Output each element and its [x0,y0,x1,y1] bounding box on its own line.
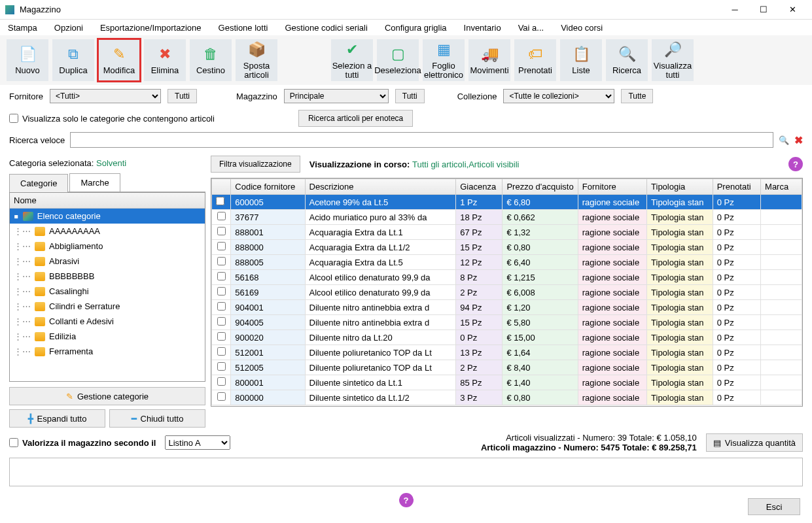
clear-search-icon[interactable]: ✖ [794,134,803,146]
row-checkbox[interactable] [217,377,226,386]
category-tree[interactable]: Nome ▪ Elenco categorie ⋮⋯AAAAAAAAA⋮⋯Abb… [9,192,205,382]
ricerca-enoteca-button[interactable]: Ricerca articoli per enoteca [298,110,413,127]
data-grid[interactable]: Codice fornitoreDescrizioneGiacenzaPrezz… [211,178,803,407]
gestione-categorie-button[interactable]: ✎ Gestione categorie [9,387,205,405]
row-checkbox[interactable] [217,212,226,220]
liste-button[interactable]: 📋Liste [560,39,602,81]
visualizza-quantita-button[interactable]: ▤ Visualizza quantità [706,433,803,452]
table-row[interactable]: 800001Diluente sintetico da Lt.185 Pz€ 1… [212,375,802,390]
row-checkbox[interactable] [217,392,226,401]
menu-opzioni[interactable]: Opzioni [52,22,86,34]
tree-root[interactable]: ▪ Elenco categorie [10,209,205,224]
row-checkbox[interactable] [217,332,226,341]
seltutti-button[interactable]: ✔Selezion a tutti [331,39,373,81]
tree-item[interactable]: ⋮⋯Cilindri e Serrature [10,299,205,314]
table-row[interactable]: 904001Diluente nitro antinebbia extra d9… [212,300,802,315]
cestino-button[interactable]: 🗑Cestino [190,39,232,81]
column-header[interactable]: Marca [761,179,802,195]
table-row[interactable]: 800000Diluente sintetico da Lt.1/23 Pz€ … [212,390,802,405]
menu-stampa[interactable]: Stampa [5,22,40,34]
table-row[interactable]: 904005Diluente nitro antinebbia extra d1… [212,315,802,330]
search-icon[interactable]: 🔍 [779,135,789,145]
ricerca-button[interactable]: 🔍Ricerca [606,39,648,81]
magazzino-tutti-button[interactable]: Tutti [395,89,425,103]
help-icon-bottom[interactable]: ? [399,493,414,507]
table-row[interactable]: 56168Alcool etilico denaturato 99,9 da8 … [212,270,802,285]
listino-select[interactable]: Listino A [165,435,230,450]
column-header[interactable]: Codice fornitore [231,179,305,195]
tree-item[interactable]: ⋮⋯Ferramenta [10,344,205,359]
prenotati-button[interactable]: 🏷Prenotati [514,39,556,81]
menu-vai-a-[interactable]: Vai a... [516,22,547,34]
table-row[interactable]: 512001Diluente poliuretanico TOP da Lt13… [212,345,802,360]
row-checkbox[interactable] [217,287,226,295]
desel-button[interactable]: ▢Deseleziona [377,39,419,81]
movimenti-button[interactable]: 🚚Movimenti [468,39,510,81]
tree-item[interactable]: ⋮⋯AAAAAAAAA [10,224,205,239]
row-checkbox[interactable] [217,302,226,311]
search-input[interactable] [70,132,773,148]
foglio-button[interactable]: ▦Foglio elettronico [423,39,465,81]
menu-gestione-lotti[interactable]: Gestione lotti [216,22,271,34]
column-header[interactable] [212,179,231,195]
sposta-button[interactable]: 📦Sposta articoli [236,39,277,81]
column-header[interactable]: Fornitore [578,179,646,195]
row-checkbox[interactable] [217,227,226,235]
menu-video-corsi[interactable]: Video corsi [558,22,605,34]
column-header[interactable]: Prenotati [713,179,760,195]
column-header[interactable]: Descrizione [305,179,456,195]
tree-item[interactable]: ⋮⋯Abrasivi [10,254,205,269]
elimina-button[interactable]: ✖Elimina [144,39,186,81]
row-checkbox[interactable] [216,197,224,205]
column-header[interactable]: Prezzo d'acquisto [503,179,578,195]
column-header[interactable]: Giacenza [456,179,503,195]
table-row[interactable]: 888000Acquaragia Extra da Lt.1/215 Pz€ 0… [212,240,802,255]
table-row[interactable]: 900020Diluente nitro da Lt.200 Pz€ 15,00… [212,330,802,345]
nuovo-button[interactable]: 📄Nuovo [7,39,48,81]
maximize-button[interactable]: ☐ [749,1,778,19]
espandi-tutto-button[interactable]: ╋ Espandi tutto [9,409,105,428]
menu-esportazione-importazione[interactable]: Esportazione/Importazione [97,22,204,34]
help-icon[interactable]: ? [788,157,803,171]
table-row[interactable]: 888005Acquaragia Extra da Lt.512 Pz€ 6,4… [212,255,802,270]
menu-inventario[interactable]: Inventario [461,22,504,34]
close-button[interactable]: ✕ [778,1,807,19]
show-only-categories-input[interactable] [9,114,18,123]
tree-item[interactable]: ⋮⋯Edilizia [10,329,205,344]
tree-item[interactable]: ⋮⋯Abbigliamento [10,239,205,254]
duplica-button[interactable]: ⧉Duplica [52,39,94,81]
table-row[interactable]: 888001Acquaragia Extra da Lt.167 Pz€ 1,3… [212,225,802,240]
row-checkbox[interactable] [217,242,226,250]
tab-categorie[interactable]: Categorie [9,174,68,192]
collezione-select[interactable]: <Tutte le collezioni> [503,89,614,103]
fornitore-select[interactable]: <Tutti> [50,89,161,103]
tree-item[interactable]: ⋮⋯Casalinghi [10,284,205,299]
menu-gestione-codici-seriali[interactable]: Gestione codici seriali [282,22,370,34]
row-checkbox[interactable] [217,272,226,280]
table-row[interactable]: 600005Acetone 99% da Lt.51 Pz€ 6,80ragio… [212,195,802,210]
minimize-button[interactable]: ─ [720,1,749,19]
row-checkbox[interactable] [217,257,226,265]
chiudi-tutto-button[interactable]: ━ Chiudi tutto [109,409,205,428]
tab-marche[interactable]: Marche [69,173,120,192]
esci-button[interactable]: Esci [748,498,800,515]
row-checkbox[interactable] [217,362,226,371]
row-checkbox[interactable] [217,347,226,356]
show-only-categories-checkbox[interactable]: Visualizza solo le categorie che conteng… [9,114,215,124]
table-row[interactable]: 56169Alcool etilico denaturato 99,9 da2 … [212,285,802,300]
valorizza-checkbox[interactable]: Valorizza il magazzino secondo il [9,438,156,448]
vistutti-button[interactable]: 🔎Visualizza tutti [652,39,694,81]
tree-item[interactable]: ⋮⋯Collanti e Adesivi [10,314,205,329]
valorizza-input[interactable] [9,438,18,447]
table-row[interactable]: 512005Diluente poliuretanico TOP da Lt2 … [212,360,802,375]
collezione-tutte-button[interactable]: Tutte [621,89,653,103]
menu-configura-griglia[interactable]: Configura griglia [382,22,450,34]
table-row[interactable]: 37677Acido muriatico puro al 33% da18 Pz… [212,210,802,225]
row-checkbox[interactable] [217,317,226,326]
tree-item[interactable]: ⋮⋯BBBBBBBB [10,269,205,284]
modifica-button[interactable]: ✎Modifica [98,39,140,81]
magazzino-select[interactable]: Principale [284,89,389,103]
filtra-visualizzazione-button[interactable]: Filtra visualizzazione [211,156,300,173]
column-header[interactable]: Tipologia [647,179,713,195]
fornitore-tutti-button[interactable]: Tutti [168,89,197,103]
